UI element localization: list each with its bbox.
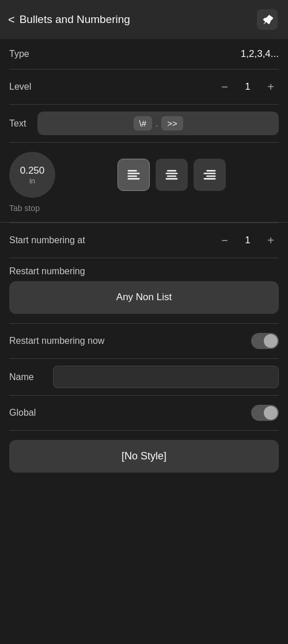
global-toggle-thumb — [264, 406, 278, 420]
token-dot: . — [156, 118, 158, 128]
level-stepper: − 1 + — [217, 79, 279, 95]
type-label: Type — [9, 49, 29, 59]
tabstop-controls: 0.250 in — [9, 152, 279, 198]
start-numbering-minus-button[interactable]: − — [217, 232, 233, 248]
token-hash[interactable]: \# — [134, 116, 153, 131]
tabstop-value: 0.250 — [20, 165, 45, 177]
level-plus-button[interactable]: + — [263, 79, 279, 95]
start-numbering-row: Start numbering at − 1 + — [9, 223, 279, 258]
level-section: Level − 1 + — [0, 70, 288, 105]
align-left-icon — [126, 167, 142, 183]
restart-numbering-label: Restart numbering — [9, 258, 279, 281]
back-button[interactable]: < — [8, 13, 15, 26]
svg-rect-1 — [128, 173, 140, 174]
restart-now-label: Restart numbering now — [9, 336, 104, 346]
level-row: Level − 1 + — [9, 70, 279, 105]
type-row[interactable]: Type 1,2,3,4... — [9, 39, 279, 70]
type-section: Type 1,2,3,4... — [0, 39, 288, 70]
restart-now-toggle-thumb — [264, 334, 278, 348]
text-tokens-area[interactable]: \# . >> — [37, 112, 279, 135]
align-right-button[interactable] — [194, 159, 226, 191]
tabstop-label: Tab stop — [9, 204, 279, 213]
start-numbering-value: 1 — [242, 235, 253, 246]
tabstop-unit: in — [29, 177, 35, 185]
token-chevron[interactable]: >> — [161, 116, 183, 131]
name-row: Name — [9, 359, 279, 396]
global-label: Global — [9, 408, 36, 418]
pin-button[interactable] — [257, 9, 278, 30]
svg-rect-11 — [204, 178, 216, 179]
tabstop-circle[interactable]: 0.250 in — [9, 152, 55, 198]
header: < Bullets and Numbering — [0, 0, 288, 39]
svg-rect-7 — [166, 178, 178, 179]
start-numbering-section: Start numbering at − 1 + — [0, 223, 288, 258]
text-label: Text — [9, 118, 26, 129]
align-left-button[interactable] — [118, 159, 150, 191]
svg-rect-4 — [167, 170, 176, 171]
global-toggle[interactable] — [251, 405, 279, 421]
start-numbering-plus-button[interactable]: + — [263, 232, 279, 248]
global-row: Global — [9, 396, 279, 431]
svg-rect-2 — [128, 175, 137, 177]
align-center-button[interactable] — [156, 159, 188, 191]
align-center-icon — [164, 167, 180, 183]
restart-numbering-section: Restart numbering Any Non List — [0, 258, 288, 314]
svg-rect-10 — [206, 175, 215, 177]
header-left: < Bullets and Numbering — [8, 13, 130, 26]
page-title: Bullets and Numbering — [20, 13, 130, 26]
svg-rect-5 — [166, 173, 178, 174]
type-value: 1,2,3,4... — [241, 48, 279, 60]
svg-rect-3 — [128, 178, 140, 179]
name-label: Name — [9, 372, 44, 382]
svg-rect-8 — [206, 170, 215, 171]
no-style-button[interactable]: [No Style] — [9, 440, 279, 473]
alignment-buttons — [65, 159, 279, 191]
svg-rect-9 — [204, 173, 216, 174]
svg-rect-6 — [167, 175, 176, 177]
svg-rect-0 — [128, 170, 137, 171]
level-value: 1 — [242, 81, 253, 93]
level-minus-button[interactable]: − — [217, 79, 233, 95]
start-numbering-stepper: − 1 + — [217, 232, 279, 248]
restart-now-section: Restart numbering now — [0, 324, 288, 359]
name-input[interactable] — [53, 366, 279, 388]
start-numbering-label: Start numbering at — [9, 235, 85, 246]
name-section: Name — [0, 359, 288, 396]
any-non-list-button[interactable]: Any Non List — [9, 281, 279, 314]
align-right-icon — [202, 167, 218, 183]
global-section: Global — [0, 396, 288, 431]
restart-now-row: Restart numbering now — [9, 324, 279, 359]
text-row: Text \# . >> — [9, 105, 279, 143]
level-label: Level — [9, 82, 31, 92]
tabstop-section: 0.250 in — [0, 143, 288, 223]
text-section: Text \# . >> — [0, 105, 288, 143]
restart-now-toggle[interactable] — [251, 333, 279, 349]
